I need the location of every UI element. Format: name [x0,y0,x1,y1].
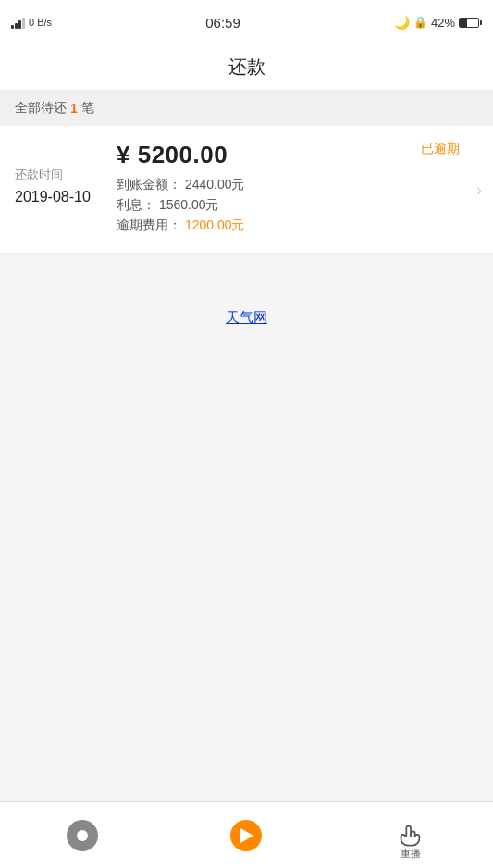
nav-touch-button[interactable]: 重播 [390,815,431,856]
status-left: 0 B/s [11,16,52,29]
touch-label: 重播 [401,847,421,861]
arrival-value: 2440.00元 [185,177,245,192]
bottom-nav: 重播 [0,801,493,868]
battery-icon [459,18,482,28]
play-icon [230,820,262,851]
title-bar: 还款 [0,44,493,91]
arrival-label: 到账金额： [117,177,181,192]
lock-icon: 🔒 [413,16,427,29]
section-header: 全部待还 1 笔 [0,91,493,126]
loan-detail-rows: 到账金额： 2440.00元 利息： 1560.00元 逾期费用： 1200.0… [117,177,478,234]
repay-date: 2019-08-10 [15,189,117,205]
page-title: 还款 [228,55,265,80]
record-icon [67,820,98,851]
moon-icon: 🌙 [394,15,410,30]
section-count: 1 [70,101,78,116]
weather-section: 天气网 [0,309,493,327]
arrival-row: 到账金额： 2440.00元 [117,177,478,193]
network-speed: 0 B/s [29,17,52,28]
battery-percent: 42% [431,16,455,30]
signal-icon [11,16,25,29]
loan-card[interactable]: 已逾期 还款时间 2019-08-10 ¥ 5200.00 到账金额： 2440… [0,126,493,254]
nav-record-button[interactable] [62,815,103,856]
interest-row: 利息： 1560.00元 [117,197,478,214]
late-fee-value: 1200.00元 [185,217,245,232]
time-label: 还款时间 [15,167,117,183]
status-right: 🌙 🔒 42% [394,15,482,30]
touch-icon [398,823,424,849]
interest-label: 利息： [117,197,155,212]
overdue-badge: 已逾期 [421,141,460,157]
loan-date-section: 还款时间 2019-08-10 [15,141,117,234]
section-prefix: 全部待还 [15,100,67,117]
late-fee-label: 逾期费用： [117,217,181,232]
status-time: 06:59 [205,15,240,31]
status-bar: 0 B/s 06:59 🌙 🔒 42% [0,0,493,44]
interest-value: 1560.00元 [159,197,219,212]
late-fee-row: 逾期费用： 1200.00元 [117,217,478,234]
weather-link[interactable]: 天气网 [226,309,267,327]
section-suffix: 笔 [81,100,94,117]
chevron-right-icon: › [476,180,482,199]
nav-play-button[interactable] [226,815,266,856]
